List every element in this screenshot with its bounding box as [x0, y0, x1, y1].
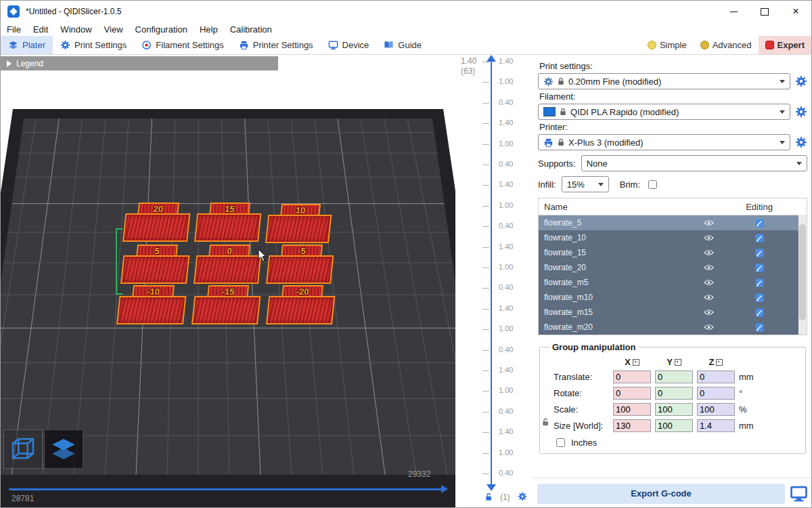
object-row[interactable]: flowrate_m15	[539, 305, 807, 320]
edit-icon[interactable]	[755, 278, 764, 287]
printer-combo[interactable]: X-Plus 3 (modified)	[538, 134, 790, 150]
layer-slider-upper-thumb[interactable]	[487, 55, 496, 62]
menu-view[interactable]: View	[98, 24, 129, 35]
eye-icon[interactable]	[704, 219, 714, 226]
eye-icon[interactable]	[704, 309, 714, 316]
brim-checkbox[interactable]	[648, 180, 657, 189]
tab-plater[interactable]: Plater	[1, 36, 53, 54]
object-body	[194, 255, 261, 284]
filament-color-swatch	[543, 107, 556, 117]
print-settings-combo[interactable]: 0.20mm Fine (modified)	[538, 73, 790, 89]
edit-icon[interactable]	[755, 263, 764, 272]
scale-z-input[interactable]	[697, 403, 735, 416]
edit-icon[interactable]	[755, 234, 764, 242]
move-slider-min: 28781	[12, 494, 34, 503]
size-z-input[interactable]	[697, 419, 735, 432]
menu-file[interactable]: File	[1, 24, 27, 35]
layer-tick-label: 1.40	[499, 366, 513, 374]
layer-tick	[482, 329, 489, 330]
object-list-scrollbar[interactable]	[798, 215, 807, 335]
object-row[interactable]: flowrate_20	[539, 260, 807, 275]
mode-expert[interactable]: Expert	[759, 36, 811, 54]
mode-advanced[interactable]: Advanced	[694, 36, 759, 54]
supports-combo[interactable]: None	[581, 155, 807, 171]
menu-calibration[interactable]: Calibration	[224, 24, 278, 35]
translate-z-input[interactable]	[697, 371, 735, 383]
eye-icon[interactable]	[704, 279, 714, 286]
print-object[interactable]: 10	[265, 204, 333, 243]
menu-help[interactable]: Help	[194, 24, 224, 35]
editor-view-button[interactable]	[3, 429, 43, 469]
layer-slider-lower-thumb[interactable]	[487, 484, 496, 491]
size-y-input[interactable]	[655, 419, 693, 432]
menu-edit[interactable]: Edit	[27, 24, 54, 35]
print-object[interactable]: -10	[116, 285, 187, 324]
rotate-z-input[interactable]	[697, 387, 735, 400]
object-row[interactable]: flowrate_m10	[539, 290, 807, 305]
object-row[interactable]: flowrate_5	[539, 215, 807, 230]
object-row[interactable]: flowrate_10	[539, 230, 807, 245]
send-to-printer-icon[interactable]	[790, 484, 808, 503]
scale-y-input[interactable]	[655, 403, 693, 416]
printer-gear-button[interactable]	[795, 136, 807, 148]
eye-icon[interactable]	[704, 324, 714, 331]
translate-x-input[interactable]	[613, 371, 651, 383]
object-row[interactable]: flowrate_15	[539, 245, 807, 260]
menu-configuration[interactable]: Configuration	[129, 24, 194, 35]
eye-icon[interactable]	[704, 234, 714, 241]
print-object[interactable]: -20	[266, 285, 336, 324]
eye-icon[interactable]	[704, 264, 714, 271]
filament-gear-button[interactable]	[795, 106, 807, 118]
preview-view-button[interactable]	[44, 429, 83, 469]
eye-icon[interactable]	[704, 249, 714, 256]
close-button[interactable]: ×	[780, 1, 811, 22]
scale-x-input[interactable]	[613, 403, 651, 416]
export-gcode-button[interactable]: Export G-code	[537, 484, 785, 504]
tab-guide[interactable]: Guide	[376, 36, 429, 54]
window-title: *Untitled - QIDISlicer-1.0.5	[26, 7, 121, 16]
menu-window[interactable]: Window	[54, 24, 97, 35]
viewport-3d[interactable]: Legend 20 15 10 5 0 -5 -10	[1, 55, 455, 508]
tab-filament-settings[interactable]: Filament Settings	[134, 36, 231, 54]
print-settings-gear-button[interactable]	[795, 75, 807, 87]
layer-tick-label: 1.00	[499, 324, 513, 333]
slider-settings-gear-icon[interactable]	[518, 492, 527, 501]
print-object[interactable]: -5	[266, 245, 335, 284]
size-x-input[interactable]	[613, 419, 651, 432]
mode-simple[interactable]: Simple	[641, 36, 694, 54]
edit-icon[interactable]	[755, 293, 764, 302]
edit-icon[interactable]	[755, 249, 764, 257]
translate-y-input[interactable]	[655, 371, 693, 383]
print-object[interactable]: 5	[120, 245, 191, 284]
edit-icon[interactable]	[755, 308, 764, 317]
inches-checkbox[interactable]	[556, 438, 565, 447]
print-object[interactable]: 20	[122, 203, 191, 242]
tab-print-settings[interactable]: Print Settings	[53, 36, 134, 54]
scrollbar-thumb[interactable]	[799, 224, 806, 320]
filament-combo[interactable]: QIDI PLA Rapido (modified)	[538, 104, 790, 120]
legend-header[interactable]: Legend	[1, 56, 278, 70]
object-row[interactable]: flowrate_m20	[539, 320, 807, 335]
tab-printer-settings[interactable]: Printer Settings	[231, 36, 321, 54]
object-name: flowrate_m15	[539, 308, 697, 317]
object-row[interactable]: flowrate_m5	[539, 275, 807, 290]
rotate-x-input[interactable]	[613, 387, 651, 400]
eye-icon[interactable]	[704, 294, 714, 301]
minimize-button[interactable]	[718, 1, 749, 22]
object-name: flowrate_5	[539, 218, 697, 228]
supports-label: Supports:	[538, 158, 576, 169]
infill-combo[interactable]: 15%	[562, 176, 609, 192]
horizontal-move-slider[interactable]	[9, 488, 442, 490]
print-object[interactable]: -15	[191, 285, 262, 324]
supports-value: None	[587, 158, 792, 169]
print-object[interactable]: 0	[194, 245, 263, 284]
print-object[interactable]: 15	[194, 203, 263, 242]
rotate-y-input[interactable]	[655, 387, 693, 400]
uniform-scale-lock-icon[interactable]	[542, 417, 550, 427]
layer-slider-track[interactable]	[491, 62, 492, 484]
maximize-button[interactable]	[749, 1, 780, 22]
tab-device[interactable]: Device	[321, 36, 377, 54]
edit-icon[interactable]	[755, 219, 764, 228]
slider-lock-icon[interactable]	[485, 492, 493, 501]
edit-icon[interactable]	[755, 323, 764, 332]
